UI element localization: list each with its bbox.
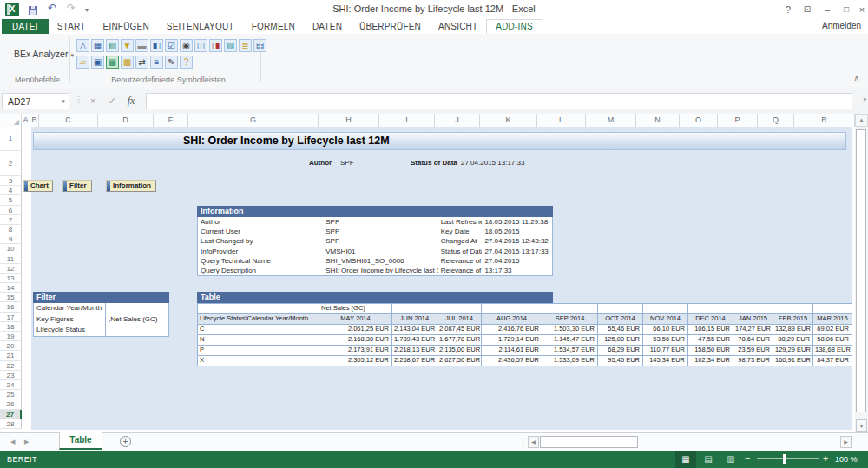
ribbon-tab-einfügen[interactable]: EINFÜGEN	[95, 19, 158, 34]
value-cell[interactable]: 78,64 EUR	[733, 335, 773, 346]
ribbon-tab-add-ins[interactable]: ADD-INS	[486, 19, 542, 34]
enter-icon[interactable]: ✓	[104, 94, 120, 109]
column-header-q[interactable]: Q	[758, 114, 794, 127]
row-header-2[interactable]: 2	[0, 151, 22, 176]
name-box-dropdown-icon[interactable]: ▾	[57, 93, 69, 109]
bex-workbook-settings-icon[interactable]: ▩	[121, 56, 134, 69]
column-header-m[interactable]: M	[586, 114, 636, 127]
value-cell[interactable]: 2.114,61 EUR	[482, 346, 542, 356]
next-sheet-icon[interactable]: ▶	[24, 438, 29, 445]
sign-in-link[interactable]: Anmelden	[822, 21, 861, 30]
info-value-cell[interactable]: 13:17:33	[482, 266, 552, 275]
undo-icon[interactable]: ↶	[45, 2, 59, 14]
row-header-21[interactable]: 21	[0, 351, 22, 360]
bex-dropdown-box-icon[interactable]: ◫	[194, 39, 207, 52]
value-cell[interactable]: 1.789,43 EUR	[392, 335, 437, 346]
month-header-cell[interactable]: OCT 2014	[598, 314, 643, 325]
row-header-12[interactable]: 12	[0, 264, 22, 274]
value-cell[interactable]: 47,55 EUR	[688, 335, 733, 346]
column-header-i[interactable]: I	[379, 114, 435, 127]
month-header-cell[interactable]: MAR 2015	[813, 314, 852, 325]
info-value-cell[interactable]: SPF	[323, 227, 437, 236]
bex-exception-icon[interactable]: ▨	[224, 39, 237, 52]
info-label-cell[interactable]: Status of Data	[438, 247, 483, 256]
info-label-cell[interactable]: Changed At	[438, 236, 483, 246]
row-header-20[interactable]: 20	[0, 341, 22, 351]
value-cell[interactable]: 84,37 EUR	[813, 356, 852, 366]
new-sheet-icon[interactable]: +	[120, 436, 131, 447]
ribbon-tab-seitenlayout[interactable]: SEITENLAYOUT	[158, 19, 243, 34]
row-header-25[interactable]: 25	[0, 390, 22, 399]
filter-value-cell[interactable]	[105, 303, 168, 314]
empty-cell[interactable]	[813, 304, 852, 314]
info-value-cell[interactable]: SHI_VMSHI01_SO_0006	[323, 256, 437, 266]
row-header-17[interactable]: 17	[0, 313, 22, 322]
value-cell[interactable]: 132,89 EUR	[773, 325, 813, 335]
value-cell[interactable]: 2.168,30 EUR	[319, 335, 392, 346]
chart-button[interactable]: Chart	[23, 180, 53, 192]
column-header-a[interactable]: A	[22, 114, 30, 127]
value-cell[interactable]: 98,73 EUR	[733, 356, 773, 366]
row-header-8[interactable]: 8	[0, 225, 22, 234]
sheet-tab-table[interactable]: Table	[59, 432, 102, 450]
row-header-28[interactable]: 28	[0, 419, 22, 429]
bex-save-icon[interactable]: ▣	[91, 56, 104, 69]
value-cell[interactable]: 2.061,25 EUR	[319, 325, 392, 335]
ribbon-tab-datei[interactable]: DATEI	[2, 19, 49, 34]
ribbon-tab-start[interactable]: START	[49, 19, 95, 34]
value-cell[interactable]: 129,29 EUR	[773, 346, 813, 356]
month-header-cell[interactable]: DEC 2014	[688, 314, 733, 325]
month-header-cell[interactable]: JUN 2014	[392, 314, 437, 325]
info-label-cell[interactable]: Query Description	[198, 266, 323, 275]
collapse-ribbon-icon[interactable]: ∧	[853, 74, 859, 82]
column-header-r[interactable]: R	[794, 114, 855, 127]
column-header-f[interactable]: F	[154, 114, 188, 127]
row-header-3[interactable]: 3	[0, 176, 22, 186]
ribbon-tab-formeln[interactable]: FORMELN	[243, 19, 304, 34]
bex-refresh-icon[interactable]: ⇄	[135, 56, 148, 69]
info-label-cell[interactable]: Last Changed by	[198, 236, 323, 246]
value-cell[interactable]: 23,59 EUR	[733, 346, 773, 356]
info-label-cell[interactable]: Key Date	[438, 227, 483, 236]
formula-bar-expand-icon[interactable]: ▾	[863, 96, 866, 103]
zoom-slider[interactable]	[757, 458, 819, 459]
empty-cell[interactable]	[773, 304, 813, 314]
value-cell[interactable]: 110,77 EUR	[643, 346, 688, 356]
info-value-cell[interactable]: 18.05.2015 11:29:38	[482, 217, 552, 227]
value-cell[interactable]: 1.729,14 EUR	[482, 335, 542, 346]
bex-analysis-grid-icon[interactable]: ▦	[91, 39, 104, 52]
row-header-14[interactable]: 14	[0, 283, 22, 293]
info-value-cell[interactable]: VMSHI01	[323, 247, 437, 256]
row-header-27[interactable]: 27	[0, 410, 22, 419]
month-header-cell[interactable]: AUG 2014	[482, 314, 542, 325]
row-header-16[interactable]: 16	[0, 302, 22, 312]
bex-help-icon[interactable]: ?	[180, 56, 193, 69]
scroll-up-icon[interactable]: ▲	[855, 114, 868, 127]
zoom-out-icon[interactable]: −	[745, 453, 750, 464]
month-header-cell[interactable]: JUL 2014	[437, 314, 482, 325]
value-cell[interactable]: 58,06 EUR	[813, 335, 852, 346]
scroll-right-icon[interactable]: ▶	[840, 436, 852, 448]
row-header-23[interactable]: 23	[0, 371, 22, 380]
empty-cell[interactable]	[542, 304, 598, 314]
empty-cell[interactable]	[198, 304, 319, 314]
row-header-13[interactable]: 13	[0, 274, 22, 283]
zoom-in-icon[interactable]: +	[823, 453, 828, 464]
value-cell[interactable]: 1.534,57 EUR	[542, 346, 598, 356]
value-cell[interactable]: 102,34 EUR	[688, 356, 733, 366]
maximize-icon[interactable]: □	[838, 2, 855, 17]
select-all-button[interactable]: ◢	[0, 114, 22, 127]
column-header-n[interactable]: N	[636, 114, 680, 127]
empty-cell[interactable]	[733, 304, 773, 314]
value-cell[interactable]: 138,68 EUR	[813, 346, 852, 356]
table-corner-label-cell[interactable]: Lifecycle Status\Calendar Year/Month	[198, 314, 319, 325]
zoom-slider-thumb[interactable]	[783, 454, 786, 464]
filter-label-cell[interactable]: Lifecycle Status	[34, 325, 105, 336]
empty-cell[interactable]	[482, 304, 542, 314]
lifecycle-status-cell[interactable]: P	[198, 346, 319, 356]
value-cell[interactable]: 158,50 EUR	[688, 346, 733, 356]
value-cell[interactable]: 2.143,04 EUR	[392, 325, 437, 335]
column-header-h[interactable]: H	[319, 114, 379, 127]
row-header-6[interactable]: 6	[0, 206, 22, 215]
value-cell[interactable]: 55,46 EUR	[598, 325, 643, 335]
